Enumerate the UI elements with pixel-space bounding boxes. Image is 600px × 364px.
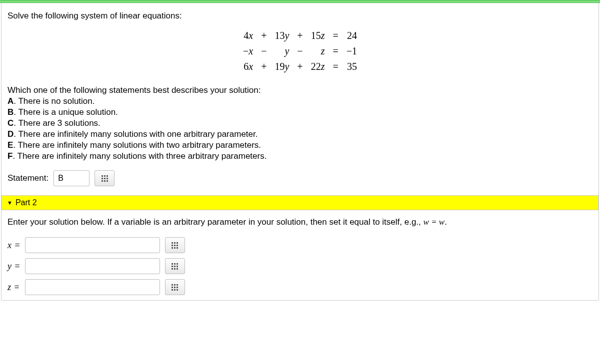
option-d: D. There are infinitely many solutions w… — [8, 129, 592, 139]
keypad-icon — [172, 284, 178, 291]
equations-block: 4x+13y+15z=24−x−y−z=−16x+19y+22z=35 — [8, 28, 592, 74]
keypad-icon — [102, 175, 108, 182]
question-text: Which one of the following statements be… — [8, 85, 592, 95]
option-letter: E — [8, 140, 13, 150]
option-letter: A — [8, 96, 14, 106]
eq-term: z — [307, 43, 329, 59]
statement-row: Statement: — [8, 170, 592, 186]
option-b: B. There is a unique solution. — [8, 107, 592, 117]
keypad-button-z[interactable] — [165, 279, 185, 295]
eq-term: 4x — [239, 28, 257, 43]
option-text: There are infinitely many solutions with… — [18, 151, 267, 161]
equation-row: 4x+13y+15z=24 — [239, 28, 361, 43]
eq-eqsign: = — [328, 43, 342, 59]
eq-op: − — [293, 43, 306, 59]
eq-term: 6x — [239, 59, 257, 74]
option-e: E. There are infinitely many solutions w… — [8, 140, 592, 150]
eq-eqsign: = — [328, 59, 342, 74]
var-label: y = — [8, 261, 20, 272]
option-text: There is a unique solution. — [18, 107, 118, 117]
eq-term: 19y — [270, 59, 293, 74]
part2-hint-prefix: Enter your solution below. If a variable… — [8, 217, 424, 227]
keypad-button-y[interactable] — [165, 258, 185, 274]
part2-header[interactable]: ▼ Part 2 — [2, 195, 598, 210]
option-a: A. There is no solution. — [8, 96, 592, 106]
solution-grid: x =y =z = — [8, 237, 185, 295]
option-text: There is no solution. — [18, 96, 94, 106]
keypad-icon — [172, 263, 178, 270]
option-f: F. There are infinitely many solutions w… — [8, 151, 592, 161]
equations-table: 4x+13y+15z=24−x−y−z=−16x+19y+22z=35 — [239, 28, 361, 74]
eq-term: 15z — [307, 28, 329, 43]
prompt-text: Solve the following system of linear equ… — [8, 11, 592, 21]
eq-op: + — [293, 28, 306, 43]
eq-op: + — [257, 59, 270, 74]
eq-op: + — [257, 28, 270, 43]
option-letter: C — [8, 118, 14, 128]
eq-term: y — [270, 43, 293, 59]
var-input-x[interactable] — [25, 237, 160, 253]
eq-term: 22z — [307, 59, 329, 74]
part2-hint-math: w = w — [424, 217, 445, 227]
statement-input[interactable] — [54, 170, 90, 186]
eq-term: −x — [239, 43, 257, 59]
var-label: z = — [8, 282, 20, 293]
eq-op: − — [257, 43, 270, 59]
eq-op: + — [293, 59, 306, 74]
eq-term: 13y — [270, 28, 293, 43]
var-label: x = — [8, 240, 20, 251]
keypad-icon — [172, 242, 178, 249]
statement-label: Statement: — [8, 173, 48, 183]
question-panel: Solve the following system of linear equ… — [1, 3, 599, 301]
option-letter: D — [8, 129, 14, 139]
caret-down-icon: ▼ — [7, 200, 12, 206]
var-input-z[interactable] — [25, 279, 160, 295]
option-text: There are 3 solutions. — [18, 118, 100, 128]
option-letter: B — [8, 107, 14, 117]
eq-eqsign: = — [328, 28, 342, 43]
part2-hint-suffix: . — [444, 217, 447, 227]
part2-title: Part 2 — [16, 198, 37, 207]
eq-rhs: −1 — [342, 43, 361, 59]
var-input-y[interactable] — [25, 258, 160, 274]
part2-hint: Enter your solution below. If a variable… — [8, 217, 592, 227]
option-text: There are infinitely many solutions with… — [18, 129, 258, 139]
eq-rhs: 35 — [342, 59, 361, 74]
equation-row: −x−y−z=−1 — [239, 43, 361, 59]
option-c: C. There are 3 solutions. — [8, 118, 592, 128]
equation-row: 6x+19y+22z=35 — [239, 59, 361, 74]
keypad-button-statement[interactable] — [94, 170, 114, 186]
eq-rhs: 24 — [342, 28, 361, 43]
option-text: There are infinitely many solutions with… — [18, 140, 261, 150]
option-letter: F — [8, 151, 12, 161]
keypad-button-x[interactable] — [165, 237, 185, 253]
